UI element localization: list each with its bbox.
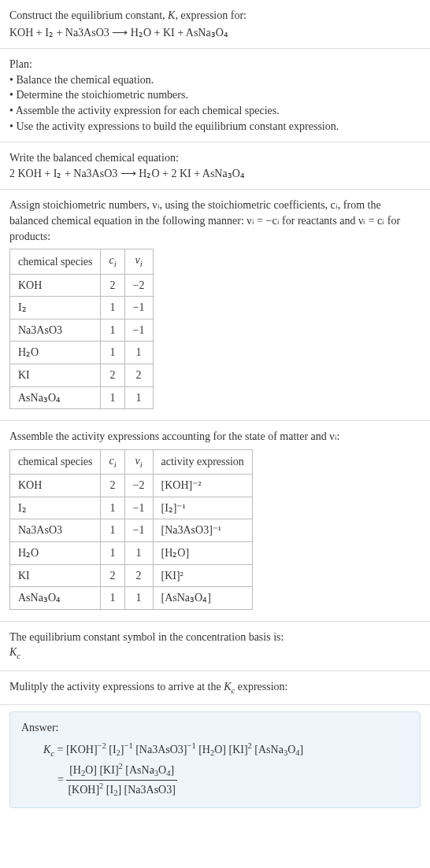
- stoich-table: chemical species ci νi KOH 2 −2 I₂ 1 −1 …: [9, 249, 154, 409]
- plan-section: Plan: Balance the chemical equation. Det…: [0, 49, 430, 142]
- cell-expr: [AsNa₃O₄]: [153, 587, 252, 610]
- balanced-section: Write the balanced chemical equation: 2 …: [0, 142, 430, 190]
- cell-vi: −1: [124, 297, 153, 319]
- plan-item: Assemble the activity expression for eac…: [9, 103, 421, 119]
- equals-sign: =: [57, 774, 66, 785]
- kc-symbol-text: The equilibrium constant symbol in the c…: [9, 630, 421, 645]
- cell-ci: 1: [101, 519, 124, 542]
- cell-species: KOH: [10, 274, 101, 297]
- cell-ci: 1: [101, 297, 124, 319]
- stoich-section: Assign stoichiometric numbers, νᵢ, using…: [0, 190, 430, 421]
- cell-species: I₂: [10, 297, 101, 319]
- cell-ci: 2: [101, 364, 124, 386]
- unbalanced-equation: KOH + I₂ + Na3AsO3 ⟶ H₂O + KI + AsNa₃O₄: [9, 25, 421, 41]
- cell-ci: 2: [101, 475, 124, 497]
- col-species: chemical species: [10, 449, 101, 474]
- answer-box: Answer: Kc = [KOH]−2 [I2]−1 [Na3AsO3]−1 …: [9, 711, 421, 808]
- cell-vi: 1: [124, 386, 153, 409]
- table-row: Na3AsO3 1 −1 [Na3AsO3]⁻¹: [10, 519, 253, 542]
- col-ci: ci: [101, 249, 124, 274]
- cell-ci: 1: [101, 386, 124, 409]
- table-row: H₂O 1 1 [H₂O]: [10, 542, 253, 565]
- col-vi: νi: [124, 449, 153, 474]
- cell-species: AsNa₃O₄: [10, 587, 101, 610]
- plan-list: Balance the chemical equation. Determine…: [9, 72, 421, 134]
- cell-vi: −1: [124, 519, 153, 542]
- cell-species: AsNa₃O₄: [10, 386, 101, 409]
- cell-vi: 2: [124, 564, 153, 587]
- plan-item: Balance the chemical equation.: [9, 72, 421, 88]
- cell-species: KI: [10, 364, 101, 386]
- cell-vi: 1: [124, 542, 153, 565]
- table-header-row: chemical species ci νi activity expressi…: [10, 449, 253, 474]
- col-ci: ci: [101, 449, 124, 474]
- balanced-equation: 2 KOH + I₂ + Na3AsO3 ⟶ H₂O + 2 KI + AsNa…: [9, 166, 421, 182]
- table-row: AsNa₃O₄ 1 1 [AsNa₃O₄]: [10, 587, 253, 610]
- answer-line-1: Kc = [KOH]−2 [I2]−1 [Na3AsO3]−1 [H2O] [K…: [21, 741, 409, 759]
- cell-ci: 2: [101, 274, 124, 297]
- activity-table: chemical species ci νi activity expressi…: [9, 449, 253, 610]
- cell-ci: 1: [101, 587, 124, 610]
- table-row: AsNa₃O₄ 1 1: [10, 386, 154, 409]
- kc-symbol-section: The equilibrium constant symbol in the c…: [0, 622, 430, 671]
- table-row: Na3AsO3 1 −1: [10, 319, 154, 342]
- answer-label: Answer:: [21, 720, 409, 736]
- cell-expr: [KOH]⁻²: [153, 475, 252, 497]
- cell-vi: −1: [124, 319, 153, 342]
- table-row: KOH 2 −2: [10, 274, 154, 297]
- cell-ci: 2: [101, 564, 124, 587]
- cell-expr: [KI]²: [153, 564, 252, 587]
- cell-species: H₂O: [10, 542, 101, 565]
- answer-fraction: [H2O] [KI]2 [AsNa3O4] [KOH]2 [I2] [Na3As…: [66, 761, 176, 800]
- table-header-row: chemical species ci νi: [10, 249, 154, 274]
- cell-ci: 1: [101, 319, 124, 342]
- cell-species: H₂O: [10, 342, 101, 364]
- plan-title: Plan:: [9, 57, 421, 72]
- cell-vi: 1: [124, 587, 153, 610]
- activity-section: Assemble the activity expressions accoun…: [0, 421, 430, 622]
- multiply-text: Mulitply the activity expressions to arr…: [9, 681, 287, 693]
- table-row: H₂O 1 1: [10, 342, 154, 364]
- table-row: KI 2 2: [10, 364, 154, 386]
- multiply-section: Mulitply the activity expressions to arr…: [0, 671, 430, 705]
- cell-species: Na3AsO3: [10, 319, 101, 342]
- col-expr: activity expression: [153, 449, 252, 474]
- cell-expr: [I₂]⁻¹: [153, 497, 252, 519]
- stoich-intro: Assign stoichiometric numbers, νᵢ, using…: [9, 198, 421, 244]
- cell-vi: −2: [124, 274, 153, 297]
- table-row: I₂ 1 −1: [10, 297, 154, 319]
- cell-species: KI: [10, 564, 101, 587]
- answer-line-2: = [H2O] [KI]2 [AsNa3O4] [KOH]2 [I2] [Na3…: [21, 761, 409, 800]
- cell-species: I₂: [10, 497, 101, 519]
- cell-ci: 1: [101, 342, 124, 364]
- cell-vi: 1: [124, 342, 153, 364]
- table-row: KI 2 2 [KI]²: [10, 564, 253, 587]
- cell-expr: [H₂O]: [153, 542, 252, 565]
- cell-species: KOH: [10, 475, 101, 497]
- activity-intro: Assemble the activity expressions accoun…: [9, 429, 421, 445]
- question-section: Construct the equilibrium constant, K, e…: [0, 0, 430, 49]
- kc-symbol: Kc: [9, 645, 421, 662]
- table-row: KOH 2 −2 [KOH]⁻²: [10, 475, 253, 497]
- cell-vi: −1: [124, 497, 153, 519]
- fraction-numerator: [H2O] [KI]2 [AsNa3O4]: [66, 761, 176, 781]
- fraction-denominator: [KOH]2 [I2] [Na3AsO3]: [66, 781, 176, 800]
- plan-item: Use the activity expressions to build th…: [9, 119, 421, 135]
- cell-expr: [Na3AsO3]⁻¹: [153, 519, 252, 542]
- cell-vi: 2: [124, 364, 153, 386]
- table-row: I₂ 1 −1 [I₂]⁻¹: [10, 497, 253, 519]
- cell-ci: 1: [101, 497, 124, 519]
- cell-species: Na3AsO3: [10, 519, 101, 542]
- col-species: chemical species: [10, 249, 101, 274]
- col-vi: νi: [124, 249, 153, 274]
- cell-vi: −2: [124, 475, 153, 497]
- plan-item: Determine the stoichiometric numbers.: [9, 87, 421, 103]
- balanced-title: Write the balanced chemical equation:: [9, 150, 421, 166]
- cell-ci: 1: [101, 542, 124, 565]
- question-title: Construct the equilibrium constant, K, e…: [9, 8, 421, 24]
